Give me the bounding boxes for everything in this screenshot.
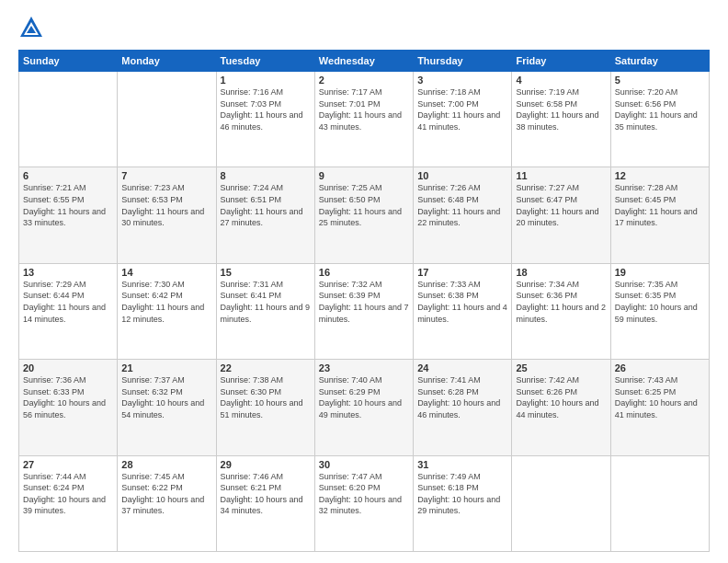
calendar-header-thursday: Thursday	[414, 51, 512, 72]
calendar-cell: 4Sunrise: 7:19 AM Sunset: 6:58 PM Daylig…	[512, 72, 610, 167]
calendar-header-saturday: Saturday	[610, 51, 709, 72]
day-info: Sunrise: 7:42 AM Sunset: 6:26 PM Dayligh…	[516, 374, 606, 420]
day-number: 19	[615, 267, 705, 278]
day-number: 20	[23, 362, 113, 373]
calendar-header-wednesday: Wednesday	[314, 51, 413, 72]
calendar-cell: 31Sunrise: 7:49 AM Sunset: 6:18 PM Dayli…	[414, 455, 512, 551]
calendar-cell: 10Sunrise: 7:26 AM Sunset: 6:48 PM Dayli…	[414, 167, 512, 263]
day-info: Sunrise: 7:17 AM Sunset: 7:01 PM Dayligh…	[319, 86, 409, 132]
calendar-cell	[512, 455, 610, 551]
day-info: Sunrise: 7:19 AM Sunset: 6:58 PM Dayligh…	[516, 86, 606, 132]
calendar-cell: 25Sunrise: 7:42 AM Sunset: 6:26 PM Dayli…	[512, 360, 610, 455]
day-info: Sunrise: 7:49 AM Sunset: 6:18 PM Dayligh…	[417, 471, 507, 517]
day-number: 4	[516, 75, 606, 86]
day-number: 15	[221, 267, 311, 278]
calendar-header-tuesday: Tuesday	[216, 51, 314, 72]
day-number: 11	[516, 170, 606, 181]
calendar-cell: 22Sunrise: 7:38 AM Sunset: 6:30 PM Dayli…	[216, 360, 314, 455]
calendar-week-2: 6Sunrise: 7:21 AM Sunset: 6:55 PM Daylig…	[19, 167, 710, 263]
logo-icon	[18, 15, 44, 40]
day-number: 25	[516, 362, 606, 373]
calendar-week-4: 20Sunrise: 7:36 AM Sunset: 6:33 PM Dayli…	[19, 360, 710, 455]
calendar-table: SundayMondayTuesdayWednesdayThursdayFrid…	[18, 50, 710, 552]
day-info: Sunrise: 7:16 AM Sunset: 7:03 PM Dayligh…	[221, 86, 311, 132]
day-number: 29	[221, 459, 311, 470]
day-info: Sunrise: 7:26 AM Sunset: 6:48 PM Dayligh…	[417, 182, 507, 228]
day-number: 21	[121, 362, 211, 373]
day-info: Sunrise: 7:33 AM Sunset: 6:38 PM Dayligh…	[417, 279, 507, 325]
calendar-header-friday: Friday	[512, 51, 610, 72]
day-number: 9	[319, 170, 409, 181]
day-number: 28	[121, 459, 211, 470]
day-number: 18	[516, 267, 606, 278]
day-info: Sunrise: 7:23 AM Sunset: 6:53 PM Dayligh…	[121, 182, 211, 228]
day-number: 8	[221, 170, 311, 181]
day-number: 16	[319, 267, 409, 278]
calendar-cell: 19Sunrise: 7:35 AM Sunset: 6:35 PM Dayli…	[610, 263, 709, 359]
day-info: Sunrise: 7:43 AM Sunset: 6:25 PM Dayligh…	[615, 374, 705, 420]
day-number: 17	[417, 267, 507, 278]
day-info: Sunrise: 7:18 AM Sunset: 7:00 PM Dayligh…	[417, 86, 507, 132]
calendar-cell: 16Sunrise: 7:32 AM Sunset: 6:39 PM Dayli…	[314, 263, 413, 359]
day-info: Sunrise: 7:44 AM Sunset: 6:24 PM Dayligh…	[23, 471, 113, 517]
day-number: 14	[121, 267, 211, 278]
calendar-cell: 15Sunrise: 7:31 AM Sunset: 6:41 PM Dayli…	[216, 263, 314, 359]
calendar-cell: 13Sunrise: 7:29 AM Sunset: 6:44 PM Dayli…	[19, 263, 118, 359]
calendar-week-1: 1Sunrise: 7:16 AM Sunset: 7:03 PM Daylig…	[19, 72, 710, 167]
day-info: Sunrise: 7:29 AM Sunset: 6:44 PM Dayligh…	[23, 279, 113, 325]
day-number: 3	[417, 75, 507, 86]
logo	[18, 15, 48, 40]
calendar-cell	[19, 72, 118, 167]
day-number: 2	[319, 75, 409, 86]
calendar-week-5: 27Sunrise: 7:44 AM Sunset: 6:24 PM Dayli…	[19, 455, 710, 551]
day-info: Sunrise: 7:30 AM Sunset: 6:42 PM Dayligh…	[121, 279, 211, 325]
calendar-cell: 20Sunrise: 7:36 AM Sunset: 6:33 PM Dayli…	[19, 360, 118, 455]
day-info: Sunrise: 7:41 AM Sunset: 6:28 PM Dayligh…	[417, 374, 507, 420]
day-info: Sunrise: 7:25 AM Sunset: 6:50 PM Dayligh…	[319, 182, 409, 228]
day-number: 24	[417, 362, 507, 373]
day-info: Sunrise: 7:35 AM Sunset: 6:35 PM Dayligh…	[615, 279, 705, 325]
calendar-cell: 21Sunrise: 7:37 AM Sunset: 6:32 PM Dayli…	[118, 360, 216, 455]
calendar-cell: 27Sunrise: 7:44 AM Sunset: 6:24 PM Dayli…	[19, 455, 118, 551]
calendar-cell: 28Sunrise: 7:45 AM Sunset: 6:22 PM Dayli…	[118, 455, 216, 551]
day-number: 30	[319, 459, 409, 470]
calendar-cell	[118, 72, 216, 167]
calendar-cell: 18Sunrise: 7:34 AM Sunset: 6:36 PM Dayli…	[512, 263, 610, 359]
calendar-cell: 2Sunrise: 7:17 AM Sunset: 7:01 PM Daylig…	[314, 72, 413, 167]
calendar-cell: 5Sunrise: 7:20 AM Sunset: 6:56 PM Daylig…	[610, 72, 709, 167]
day-number: 5	[615, 75, 705, 86]
header	[18, 15, 710, 40]
day-info: Sunrise: 7:47 AM Sunset: 6:20 PM Dayligh…	[319, 471, 409, 517]
day-info: Sunrise: 7:20 AM Sunset: 6:56 PM Dayligh…	[615, 86, 705, 132]
calendar-cell: 6Sunrise: 7:21 AM Sunset: 6:55 PM Daylig…	[19, 167, 118, 263]
day-number: 12	[615, 170, 705, 181]
day-info: Sunrise: 7:40 AM Sunset: 6:29 PM Dayligh…	[319, 374, 409, 420]
calendar-cell	[610, 455, 709, 551]
day-number: 31	[417, 459, 507, 470]
day-info: Sunrise: 7:27 AM Sunset: 6:47 PM Dayligh…	[516, 182, 606, 228]
day-number: 13	[23, 267, 113, 278]
day-number: 22	[221, 362, 311, 373]
day-info: Sunrise: 7:21 AM Sunset: 6:55 PM Dayligh…	[23, 182, 113, 228]
day-info: Sunrise: 7:24 AM Sunset: 6:51 PM Dayligh…	[221, 182, 311, 228]
day-number: 6	[23, 170, 113, 181]
day-info: Sunrise: 7:34 AM Sunset: 6:36 PM Dayligh…	[516, 279, 606, 325]
calendar-cell: 17Sunrise: 7:33 AM Sunset: 6:38 PM Dayli…	[414, 263, 512, 359]
calendar-cell: 1Sunrise: 7:16 AM Sunset: 7:03 PM Daylig…	[216, 72, 314, 167]
day-number: 1	[221, 75, 311, 86]
calendar-cell: 24Sunrise: 7:41 AM Sunset: 6:28 PM Dayli…	[414, 360, 512, 455]
day-info: Sunrise: 7:28 AM Sunset: 6:45 PM Dayligh…	[615, 182, 705, 228]
day-number: 7	[121, 170, 211, 181]
calendar-cell: 8Sunrise: 7:24 AM Sunset: 6:51 PM Daylig…	[216, 167, 314, 263]
day-info: Sunrise: 7:37 AM Sunset: 6:32 PM Dayligh…	[121, 374, 211, 420]
page: SundayMondayTuesdayWednesdayThursdayFrid…	[0, 0, 728, 563]
day-info: Sunrise: 7:45 AM Sunset: 6:22 PM Dayligh…	[121, 471, 211, 517]
day-info: Sunrise: 7:38 AM Sunset: 6:30 PM Dayligh…	[221, 374, 311, 420]
calendar-cell: 14Sunrise: 7:30 AM Sunset: 6:42 PM Dayli…	[118, 263, 216, 359]
day-info: Sunrise: 7:46 AM Sunset: 6:21 PM Dayligh…	[221, 471, 311, 517]
day-number: 26	[615, 362, 705, 373]
calendar-week-3: 13Sunrise: 7:29 AM Sunset: 6:44 PM Dayli…	[19, 263, 710, 359]
day-number: 27	[23, 459, 113, 470]
day-info: Sunrise: 7:36 AM Sunset: 6:33 PM Dayligh…	[23, 374, 113, 420]
calendar-header-monday: Monday	[118, 51, 216, 72]
